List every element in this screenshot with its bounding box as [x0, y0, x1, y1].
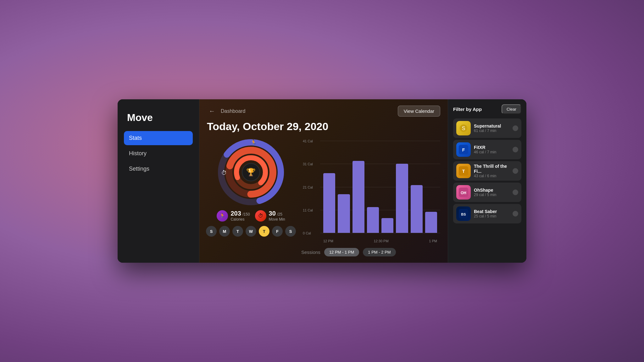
app-toggle-supernatural[interactable] — [513, 125, 518, 131]
x-axis: 12 PM 12:30 PM 1 PM — [320, 239, 440, 243]
bar-6 — [396, 164, 408, 233]
move-goal: /25 — [277, 212, 282, 217]
stats-row: 🏃 203 /150 Calories ⏱ — [217, 210, 285, 222]
calories-icon: 🏃 — [217, 210, 228, 222]
move-label: Move Min — [269, 217, 285, 222]
bar-5 — [381, 218, 393, 233]
filter-title: Filter by App — [453, 107, 482, 112]
calories-value: 203 — [230, 210, 241, 217]
sidebar-item-history[interactable]: History — [124, 146, 193, 161]
y-label-41: 41 Cal — [303, 139, 313, 143]
filter-header: Filter by App Clear — [453, 104, 521, 114]
x-label-1pm: 1 PM — [429, 239, 437, 243]
calories-goal: /150 — [242, 212, 250, 217]
app-icon-ohshape: OH — [456, 185, 471, 200]
main-content-area: ← Dashboard View Calendar Today, October… — [199, 99, 448, 263]
app-info-fitxr: FitXR 46 cal / 7 min — [474, 145, 509, 154]
sessions-row: Sessions 12 PM - 1 PM 1 PM - 2 PM — [301, 248, 440, 256]
move-icon: ⏱ — [255, 210, 266, 222]
app-name-fitxr: FitXR — [474, 145, 509, 150]
calories-stat: 🏃 203 /150 Calories — [217, 210, 250, 222]
move-value: 30 — [269, 210, 276, 217]
bar-7 — [411, 185, 423, 233]
move-text: 30 /25 Move Min — [269, 210, 285, 222]
day-friday[interactable]: F — [272, 226, 283, 237]
app-info-thrill: The Thrill of the Fi... 43 cal / 6 min — [474, 164, 509, 178]
app-item-beatsaber[interactable]: BS Beat Saber 25 cal / 5 min — [453, 204, 521, 223]
header-left: ← Dashboard — [207, 106, 245, 116]
chart-area: 41 Cal 31 Cal 21 Cal 11 Cal 0 Cal — [301, 138, 440, 256]
clear-button[interactable]: Clear — [502, 104, 521, 114]
app-toggle-thrill[interactable] — [513, 168, 518, 174]
app-name-supernatural: Supernatural — [474, 123, 509, 129]
x-label-12pm: 12 PM — [323, 239, 333, 243]
app-list: S Supernatural 61 cal / 7 min F FitXR 46… — [453, 118, 521, 223]
app-window: Move Stats History Settings ← Dashboard … — [118, 99, 526, 263]
days-row: S M T W T F S — [206, 226, 296, 237]
svg-text:🏆: 🏆 — [246, 167, 256, 177]
session-btn-1[interactable]: 12 PM - 1 PM — [324, 248, 359, 256]
app-name-ohshape: OhShape — [474, 188, 509, 193]
session-btn-2[interactable]: 1 PM - 2 PM — [363, 248, 396, 256]
main-content: ← Dashboard View Calendar Today, October… — [199, 99, 448, 263]
app-icon-thrill: T — [456, 164, 471, 178]
donut-chart: 🏃 ⏱ 🏆 — [216, 138, 286, 207]
app-icon-fitxr: F — [456, 142, 471, 157]
app-item-supernatural[interactable]: S Supernatural 61 cal / 7 min — [453, 118, 521, 138]
move-stat: ⏱ 30 /25 Move Min — [255, 210, 285, 222]
app-info-beatsaber: Beat Saber 25 cal / 5 min — [474, 209, 509, 218]
bars-container — [320, 141, 440, 233]
day-wednesday[interactable]: W — [246, 226, 256, 237]
bar-3 — [353, 161, 364, 233]
day-monday[interactable]: M — [219, 226, 230, 237]
bar-1 — [323, 173, 335, 233]
sidebar-title: Move — [124, 112, 193, 123]
view-calendar-button[interactable]: View Calendar — [398, 106, 440, 117]
app-item-ohshape[interactable]: OH OhShape 29 cal / 5 min — [453, 183, 521, 202]
app-item-thrill[interactable]: T The Thrill of the Fi... 43 cal / 6 min — [453, 161, 521, 181]
bar-4 — [367, 207, 379, 233]
app-info-ohshape: OhShape 29 cal / 5 min — [474, 188, 509, 197]
app-stats-fitxr: 46 cal / 7 min — [474, 150, 509, 154]
svg-text:OH: OH — [461, 191, 466, 195]
app-icon-beatsaber: BS — [456, 206, 471, 221]
sidebar-item-stats[interactable]: Stats — [124, 131, 193, 145]
app-stats-beatsaber: 25 cal / 5 min — [474, 214, 509, 218]
app-toggle-ohshape[interactable] — [513, 189, 518, 195]
day-thursday[interactable]: T — [259, 226, 269, 237]
svg-text:F: F — [462, 147, 465, 152]
day-sunday[interactable]: S — [206, 226, 217, 237]
calories-text: 203 /150 Calories — [230, 210, 250, 222]
svg-text:T: T — [462, 169, 465, 174]
svg-text:S: S — [462, 126, 465, 131]
app-stats-supernatural: 61 cal / 7 min — [474, 129, 509, 133]
svg-text:BS: BS — [461, 212, 466, 216]
app-toggle-beatsaber[interactable] — [513, 211, 518, 217]
day-saturday[interactable]: S — [285, 226, 296, 237]
calories-label: Calories — [230, 217, 250, 222]
svg-text:🏃: 🏃 — [250, 139, 257, 146]
y-label-11: 11 Cal — [303, 208, 313, 212]
svg-text:⏱: ⏱ — [221, 170, 227, 176]
dashboard-label: Dashboard — [221, 108, 245, 114]
app-name-beatsaber: Beat Saber — [474, 209, 509, 214]
header: ← Dashboard View Calendar — [207, 106, 440, 117]
y-label-21: 21 Cal — [303, 185, 313, 189]
y-label-0: 0 Cal — [303, 231, 311, 235]
sidebar-item-settings[interactable]: Settings — [124, 162, 193, 176]
x-label-1230pm: 12:30 PM — [374, 239, 389, 243]
sidebar: Move Stats History Settings — [118, 99, 199, 263]
y-label-31: 31 Cal — [303, 162, 313, 166]
body-row: 🏃 ⏱ 🏆 — [207, 138, 440, 256]
back-button[interactable]: ← — [207, 106, 217, 116]
donut-area: 🏃 ⏱ 🏆 — [207, 138, 295, 256]
bar-8 — [425, 212, 437, 233]
app-item-fitxr[interactable]: F FitXR 46 cal / 7 min — [453, 140, 521, 159]
app-toggle-fitxr[interactable] — [513, 147, 518, 152]
app-stats-ohshape: 29 cal / 5 min — [474, 193, 509, 197]
app-name-thrill: The Thrill of the Fi... — [474, 164, 509, 174]
day-tuesday[interactable]: T — [232, 226, 243, 237]
right-panel: Filter by App Clear S Supernatural 61 ca… — [448, 99, 526, 263]
bar-2 — [338, 194, 350, 233]
bar-chart: 41 Cal 31 Cal 21 Cal 11 Cal 0 Cal — [301, 138, 440, 245]
